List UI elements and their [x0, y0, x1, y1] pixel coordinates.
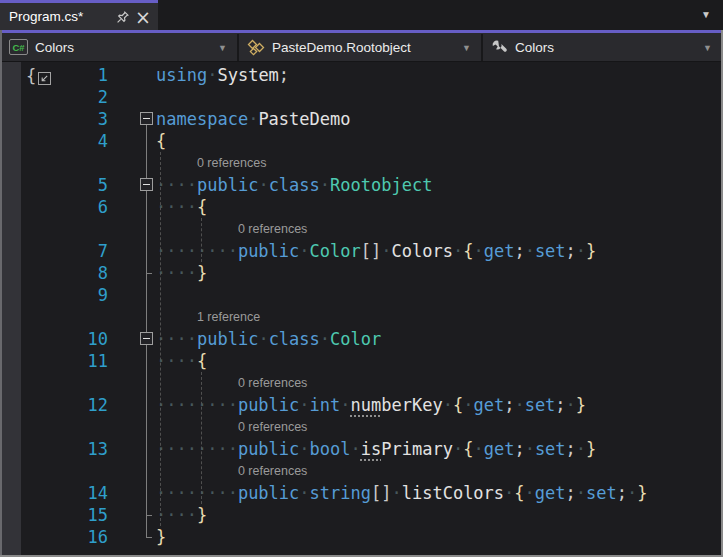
code-row: 11····{: [2, 350, 721, 372]
token: class: [269, 329, 320, 349]
token: ·: [463, 395, 473, 415]
token: set: [525, 395, 556, 415]
code-row: 9: [2, 284, 721, 306]
code-text[interactable]: ····public·class·Color: [156, 328, 381, 350]
codelens-references[interactable]: 0 references: [238, 416, 307, 438]
code-text[interactable]: ········public·string[]·listColors·{·get…: [156, 482, 648, 504]
code-text[interactable]: }: [156, 526, 166, 548]
token: {: [197, 351, 207, 371]
token: ·: [473, 439, 483, 459]
token: ·: [299, 439, 309, 459]
code-row: 3namespace·PasteDemo: [2, 108, 721, 130]
token: ·: [351, 439, 361, 459]
token: set: [586, 483, 617, 503]
type-dropdown[interactable]: PasteDemo.Rootobject ▼: [240, 33, 480, 61]
code-text[interactable]: ····{: [156, 196, 207, 218]
token: ········: [156, 395, 238, 415]
token: }: [197, 505, 207, 525]
code-text[interactable]: ····public·class·Rootobject: [156, 174, 432, 196]
fold-toggle[interactable]: [140, 178, 153, 191]
token: public: [238, 439, 299, 459]
token: set: [535, 241, 566, 261]
tab-list-caret-icon[interactable]: ▼: [701, 9, 711, 20]
token: public: [238, 241, 299, 261]
pin-icon[interactable]: [114, 8, 132, 26]
fold-toggle[interactable]: [140, 112, 153, 125]
chevron-down-icon: ▼: [462, 43, 471, 53]
token: ·: [525, 241, 535, 261]
token: Color: [330, 329, 381, 349]
token: ·: [504, 483, 514, 503]
line-number: 7: [2, 240, 108, 262]
code-row: 4{: [2, 130, 721, 152]
codelens-references[interactable]: 0 references: [238, 218, 307, 240]
codelens-row: 0 references: [2, 372, 721, 394]
token: ·: [576, 483, 586, 503]
codelens-row: 0 references: [2, 460, 721, 482]
token: ····: [156, 197, 197, 217]
project-dropdown[interactable]: C# Colors ▼: [2, 33, 236, 61]
code-text[interactable]: ········public·bool·isPrimary·{·get;·set…: [156, 438, 596, 460]
pin-icon-glyph: [116, 10, 130, 24]
token: ·: [340, 395, 350, 415]
code-row: 15····}: [2, 504, 721, 526]
token: ·: [299, 395, 309, 415]
code-text[interactable]: ········public·int·numberKey·{·get;·set;…: [156, 394, 586, 416]
codelens-row: 0 references: [2, 218, 721, 240]
line-number: 10: [2, 328, 108, 350]
token: {: [463, 439, 473, 459]
code-text[interactable]: ····{: [156, 350, 207, 372]
code-text[interactable]: ····}: [156, 262, 207, 284]
code-row: 12········public·int·numberKey·{·get;·se…: [2, 394, 721, 416]
token: get: [484, 439, 515, 459]
token: ·: [391, 483, 401, 503]
token: get: [473, 395, 504, 415]
token: ·: [514, 395, 524, 415]
member-dropdown[interactable]: Colors ▼: [484, 33, 721, 61]
token: }: [156, 527, 166, 547]
code-text[interactable]: {: [156, 130, 166, 152]
token: ;: [566, 439, 576, 459]
fold-toggle[interactable]: [140, 332, 153, 345]
codelens-references[interactable]: 0 references: [238, 372, 307, 394]
token: ;: [566, 241, 576, 261]
token: set: [535, 439, 566, 459]
line-number: 12: [2, 394, 108, 416]
document-tab[interactable]: Program.cs* ×: [0, 0, 158, 30]
token: is: [361, 439, 381, 459]
code-text[interactable]: ········public·Color[]·Colors·{·get;·set…: [156, 240, 596, 262]
code-text[interactable]: ····}: [156, 504, 207, 526]
token: string: [310, 483, 371, 503]
token: }: [576, 395, 586, 415]
token: ····: [156, 505, 197, 525]
token: }: [586, 439, 596, 459]
navbar-separator: [237, 34, 239, 61]
codelens-references[interactable]: 0 references: [238, 460, 307, 482]
code-text[interactable]: namespace·PasteDemo: [156, 108, 351, 130]
token: berKey: [381, 395, 442, 415]
token: ·: [576, 241, 586, 261]
token: {: [156, 131, 166, 151]
line-number: 1: [2, 64, 108, 86]
code-row: 8····}: [2, 262, 721, 284]
token: {: [197, 197, 207, 217]
token: listColors: [402, 483, 504, 503]
token: ;: [514, 241, 524, 261]
close-icon[interactable]: ×: [134, 8, 152, 26]
line-number: 16: [2, 526, 108, 548]
codelens-references[interactable]: 1 reference: [197, 306, 260, 328]
token: ·: [258, 329, 268, 349]
token: ·: [443, 395, 453, 415]
code-editor[interactable]: { 1using·System;23namespace·PasteDemo4{0…: [2, 62, 721, 555]
codelens-references[interactable]: 0 references: [197, 152, 266, 174]
token: ····: [156, 263, 197, 283]
line-number: 6: [2, 196, 108, 218]
code-text[interactable]: using·System;: [156, 64, 289, 86]
token: }: [197, 263, 207, 283]
token: ·: [320, 329, 330, 349]
editor-rows: 1using·System;23namespace·PasteDemo4{0 r…: [2, 64, 721, 548]
token: num: [351, 395, 382, 415]
token: ·: [453, 241, 463, 261]
chevron-down-icon: ▼: [218, 43, 227, 53]
token: ·: [320, 175, 330, 195]
